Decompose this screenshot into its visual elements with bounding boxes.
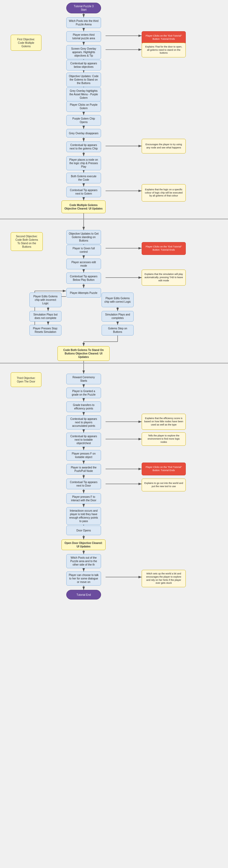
player-granted-grade-node: Player is Granted a grade on the Puzzle — [66, 388, 101, 398]
tip-witch-sets-up-node: Witch sets up the world a bit and encour… — [142, 570, 186, 587]
tip-explore-node: Tells the player to explore the environm… — [142, 432, 186, 446]
interaction-occurs-node: Interactioon occurs and player is told t… — [66, 507, 101, 525]
contextual-tip7-node: Contextual Tip appears next to Door — [66, 478, 101, 489]
contextual-tip1-node: Contextual tip appears below objectives — [66, 60, 101, 70]
obj1-label: First Objective: Code Multiple Golems — [11, 35, 41, 51]
obj2-label: Second Objective: Code Both Golems To St… — [11, 232, 43, 251]
player-accesses-edit-node: Player accesses edit mode — [66, 259, 101, 269]
purple-golem-chip-node: Purple Golem Chip Opens — [66, 115, 101, 126]
screen-grey-node: Screen Grey Overlay appears. Highlights … — [66, 45, 101, 59]
exit-btn1-node[interactable]: Player Clicks on the "Exit Tutorial" But… — [142, 31, 186, 44]
grey-overlay-asset-node: Grey Overlay highlights the Asset Menu -… — [66, 87, 101, 101]
open-door-cleared-node: Open Door Objective Cleared: UI Updates — [61, 539, 106, 550]
player-attempts-node: Player Attempts Puzzle — [66, 288, 101, 298]
player-clicks-purple-node: Player Clicks on Purple Golem — [66, 101, 101, 112]
tip-encourage-node: Encourages the player to try using any n… — [142, 139, 186, 153]
code-multiple-cleared-node: Code Multiple Golems Objective Cleared: … — [61, 200, 106, 213]
door-opens-node: Door Opens — [66, 526, 101, 535]
tip-door-node: Explains That for the door to open, all … — [142, 43, 186, 57]
golems-step-buttons-node: Golems Step on Buttons — [102, 325, 134, 336]
exit-btn3-node[interactable]: Player Clicks on the "Exit Tutorial" But… — [142, 463, 186, 475]
obj3-label: Third Objective: Open The Door — [11, 372, 41, 387]
player-places-node: Player places a node on the logic chip &… — [66, 156, 101, 170]
exit-btn2-node[interactable]: Player Clicks on the "Exit Tutorial" But… — [142, 242, 186, 255]
arrows-svg — [0, 0, 228, 868]
code-both-cleared-node: Code Both Golems To Stand On Buttons Obj… — [57, 346, 110, 361]
contextual-tip6-node: Contextual tip appears next to lootable … — [66, 433, 101, 447]
player-presses-f-node: Player presses F on lootable object — [66, 450, 101, 461]
witch-pools-node: Witch Pools into the third Puzzle Arena — [66, 17, 101, 28]
tutorial-end-node: Tutorial End — [66, 590, 101, 599]
witch-pools-out-node: Witch Pools out of the Puzzle area and t… — [66, 554, 101, 568]
player-can-choose-node: Player can choose to talk to her for som… — [66, 571, 101, 586]
contextual-tip4-node: Contextual Tip appears Below Play Button — [66, 273, 101, 284]
player-presses-stop-node: Player Presses Stop: Resets Simulation — [29, 325, 61, 336]
diagram-container: First Objective: Code Multiple Golems Tu… — [0, 0, 228, 11]
player-edits-correct-node: Player Edits Golems chip with correct Lo… — [102, 292, 134, 307]
reward-ceremony-node: Reward Ceremony Starts — [66, 374, 101, 384]
section-divider-2 — [0, 363, 228, 364]
player-presses-f2-node: Player presses F to interact with the Do… — [66, 493, 101, 504]
tutorial-start-node: Tutorial Puzzle 3 Start — [66, 3, 101, 13]
grey-disappears-node: Grey Overlay disappears — [66, 129, 101, 137]
tip-efficiency-node: Explains that the efficiency score is ba… — [142, 414, 186, 430]
player-full-control-node: Player is Given full control — [66, 245, 101, 255]
objective-update1-node: Objective Updates: Code the Golems to St… — [66, 72, 101, 87]
tip-go-out-node: Explains to go out into the world and pu… — [142, 478, 186, 491]
player-enters-node: Player enters third tutorial puzzle area — [66, 31, 101, 42]
contextual-tip2-node: Contextual tip appears next to the golem… — [66, 142, 101, 152]
simulation-incomplete-node: Simulation Plays but does not complete — [29, 311, 61, 322]
tip-logic-colour-node: Explains that the logic on a specific co… — [142, 184, 186, 202]
simulation-complete-node: Simulation Plays and completes — [102, 311, 134, 322]
tip-simulation-node: Explains that the simulation will play a… — [142, 270, 186, 286]
player-edits-incorrect-node: Player Edits Golems chip with incorrect … — [29, 292, 61, 307]
contextual-tip3-node: Contextual Tip appears next to Golem — [66, 187, 101, 197]
section-divider-1 — [0, 219, 228, 219]
contextual-tip5-node: Contextual tip appears next to players a… — [66, 415, 101, 430]
objective-update2-node: Objective Updates to Get Golems standing… — [66, 230, 101, 244]
both-golems-execute-node: Both Golems execute the Code — [66, 173, 101, 183]
player-awarded-push-node: Player is awarded the Push/Pull Node — [66, 464, 101, 474]
grade-transfers-node: Grade transfers to efficiency points — [66, 401, 101, 412]
